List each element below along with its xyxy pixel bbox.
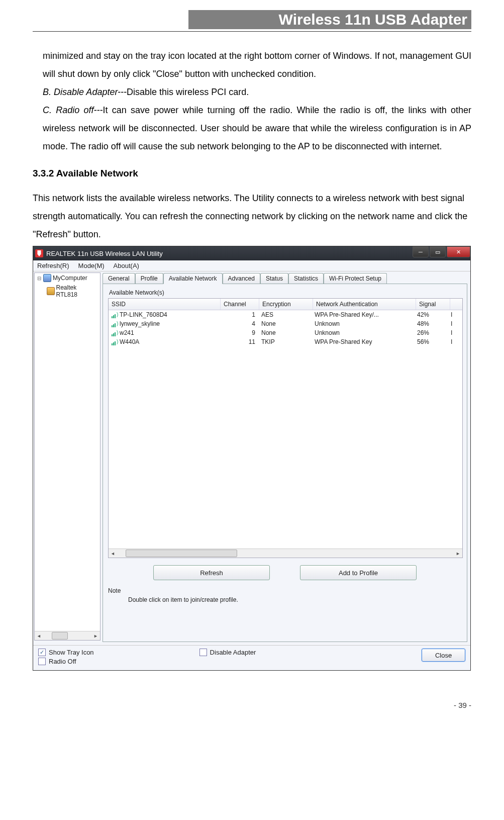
tab-content: Available Network(s) SSID Channel Encryp…	[103, 284, 467, 642]
col-channel[interactable]: Channel	[221, 299, 259, 310]
minimize-button[interactable]: ─	[413, 246, 429, 257]
show-tray-checkbox[interactable]	[38, 649, 46, 656]
tree-collapse-icon[interactable]: ⊟	[37, 276, 42, 281]
maximize-button[interactable]: ▭	[430, 246, 446, 257]
menu-mode[interactable]: Mode(M)	[78, 262, 105, 269]
header-rule	[33, 31, 471, 32]
wifi-icon: )	[112, 330, 119, 336]
signal: 42%	[414, 311, 448, 319]
paragraph-c-body: It can save power while turning off the …	[43, 105, 471, 151]
bottom-bar: Show Tray Icon Radio Off Disable Adapter…	[33, 645, 470, 670]
scroll-thumb[interactable]	[52, 632, 68, 640]
app-window: REALTEK 11n USB Wireless LAN Utility ─ ▭…	[33, 246, 471, 671]
device-tree: ⊟ MyComputer Realtek RTL818 ◄ ►	[34, 272, 100, 641]
wifi-icon: )	[112, 321, 119, 327]
tree-root[interactable]: ⊟ MyComputer	[35, 273, 100, 283]
auth: WPA Pre-Shared Key	[312, 338, 414, 346]
scroll-right-icon[interactable]: ►	[454, 551, 462, 556]
auth: Unknown	[312, 329, 414, 337]
encryption: None	[258, 320, 312, 328]
auth: WPA Pre-Shared Key/...	[312, 311, 414, 319]
window-title: REALTEK 11n USB Wireless LAN Utility	[46, 250, 163, 257]
encryption: AES	[258, 311, 312, 319]
add-to-profile-button[interactable]: Add to Profile	[300, 565, 417, 580]
available-networks-label: Available Network(s)	[109, 289, 462, 296]
channel: 11	[220, 338, 258, 346]
paragraph-b: B. Disable Adapter---Disable this wirele…	[33, 83, 471, 101]
scroll-thumb[interactable]	[126, 550, 237, 557]
table-scrollbar[interactable]: ◄ ►	[109, 549, 462, 558]
menu-about[interactable]: About(A)	[114, 262, 139, 269]
close-button[interactable]: Close	[422, 649, 465, 662]
extra: I	[448, 311, 461, 319]
tree-child-label: Realtek RTL818	[56, 284, 98, 298]
titlebar[interactable]: REALTEK 11n USB Wireless LAN Utility ─ ▭…	[33, 246, 470, 260]
paragraph-b-head: B. Disable Adapter---	[43, 87, 127, 97]
tab-available-network[interactable]: Available Network	[163, 273, 223, 284]
ssid: W440A	[120, 338, 139, 345]
encryption: TKIP	[258, 338, 312, 346]
tree-child[interactable]: Realtek RTL818	[35, 283, 100, 299]
tab-statistics[interactable]: Statistics	[288, 273, 324, 284]
scroll-left-icon[interactable]: ◄	[109, 551, 117, 556]
show-tray-label: Show Tray Icon	[49, 649, 94, 656]
wifi-icon: )	[112, 312, 119, 318]
section-intro: This network lists the available wireles…	[33, 189, 471, 243]
menu-refresh[interactable]: Refresh(R)	[37, 262, 69, 269]
tab-advanced[interactable]: Advanced	[223, 273, 260, 284]
radio-off-checkbox[interactable]	[38, 658, 46, 665]
note-text: Double click on item to join/create prof…	[128, 596, 462, 603]
scroll-left-icon[interactable]: ◄	[35, 633, 43, 639]
tab-status[interactable]: Status	[260, 273, 288, 284]
channel: 9	[220, 329, 258, 337]
col-encryption[interactable]: Encryption	[259, 299, 313, 310]
note-label: Note	[108, 587, 462, 594]
app-icon	[35, 249, 43, 257]
paragraph-a: minimized and stay on the tray icon loca…	[33, 47, 471, 83]
adapter-icon	[47, 287, 55, 295]
disable-adapter-label: Disable Adapter	[210, 649, 256, 656]
disable-adapter-checkbox[interactable]	[199, 649, 207, 656]
signal: 56%	[414, 338, 448, 346]
tab-general[interactable]: General	[103, 273, 135, 284]
computer-icon	[43, 274, 51, 282]
table-row[interactable]: )w241 9 None Unknown 26% I	[109, 328, 462, 337]
table-header: SSID Channel Encryption Network Authenti…	[109, 299, 462, 310]
radio-off-label: Radio Off	[49, 658, 76, 665]
col-ssid[interactable]: SSID	[109, 299, 221, 310]
ssid: w241	[120, 329, 134, 336]
signal: 26%	[414, 329, 448, 337]
auth: Unknown	[312, 320, 414, 328]
col-auth[interactable]: Network Authentication	[313, 299, 416, 310]
channel: 1	[220, 311, 258, 319]
channel: 4	[220, 320, 258, 328]
extra: I	[448, 329, 461, 337]
page-header-title: Wireless 11n USB Adapter	[188, 10, 471, 29]
paragraph-b-body: Disable this wireless PCI card.	[127, 87, 249, 97]
network-table: SSID Channel Encryption Network Authenti…	[108, 298, 463, 558]
page-number: - 39 -	[33, 701, 471, 709]
tree-root-label: MyComputer	[53, 275, 87, 282]
refresh-button[interactable]: Refresh	[153, 565, 270, 580]
table-row[interactable]: )TP-LINK_7608D4 1 AES WPA Pre-Shared Key…	[109, 310, 462, 319]
table-row[interactable]: )W440A 11 TKIP WPA Pre-Shared Key 56% I	[109, 337, 462, 346]
extra: I	[448, 338, 461, 346]
tab-wps[interactable]: Wi-Fi Protect Setup	[324, 273, 387, 284]
section-heading: 3.3.2 Available Network	[33, 168, 471, 179]
wifi-icon: )	[112, 339, 119, 345]
paragraph-c-head: C. Radio off---	[43, 105, 103, 115]
menubar: Refresh(R) Mode(M) About(A)	[33, 260, 470, 271]
tab-profile[interactable]: Profile	[135, 273, 163, 284]
window-close-button[interactable]: ✕	[447, 246, 470, 257]
encryption: None	[258, 329, 312, 337]
col-signal[interactable]: Signal	[416, 299, 450, 310]
ssid: TP-LINK_7608D4	[120, 311, 167, 318]
tab-strip: General Profile Available Network Advanc…	[103, 272, 467, 284]
sidebar-scrollbar[interactable]: ◄ ►	[35, 631, 100, 640]
scroll-right-icon[interactable]: ►	[91, 633, 100, 639]
extra: I	[448, 320, 461, 328]
table-body: )TP-LINK_7608D4 1 AES WPA Pre-Shared Key…	[109, 310, 462, 346]
paragraph-c: C. Radio off---It can save power while t…	[33, 101, 471, 155]
table-row[interactable]: )lynwey_skyline 4 None Unknown 48% I	[109, 319, 462, 328]
signal: 48%	[414, 320, 448, 328]
